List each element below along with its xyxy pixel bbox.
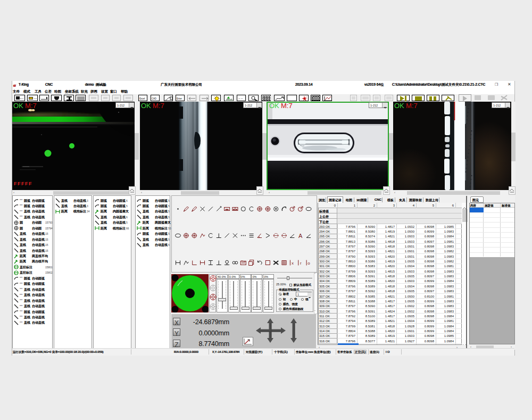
svg-text:X: X — [174, 319, 179, 326]
svg-text:Z: Z — [174, 341, 178, 348]
svg-text:A: A — [298, 233, 303, 239]
svg-text:x: x — [292, 261, 294, 266]
svg-text:Y: Y — [174, 330, 179, 336]
svg-text:r: r — [300, 261, 302, 266]
svg-text:o: o — [307, 261, 310, 266]
